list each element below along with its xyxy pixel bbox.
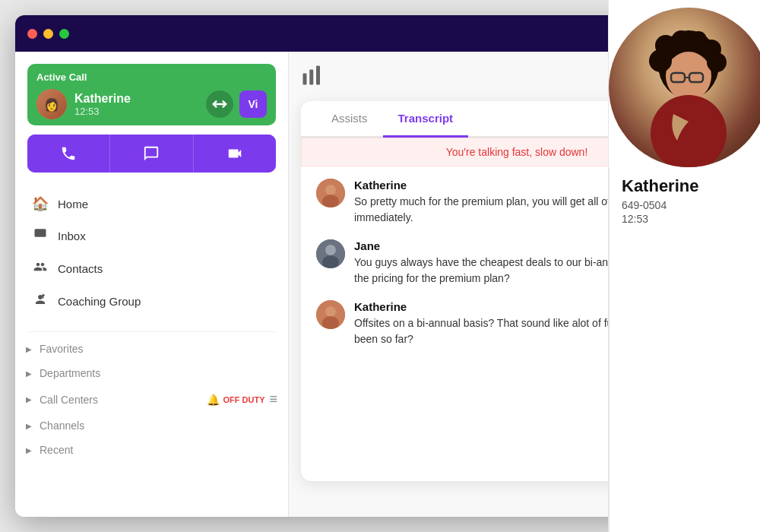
fullscreen-button[interactable] xyxy=(59,29,69,39)
caller-details: 👩 Katherine 12:53 xyxy=(36,89,131,119)
nav-item-home[interactable]: 🏠 Home xyxy=(21,188,282,220)
nav-label-inbox: Inbox xyxy=(58,230,86,242)
home-icon: 🏠 xyxy=(32,195,49,212)
chevron-right-icon: ▶ xyxy=(26,345,32,353)
profile-avatar-circle xyxy=(609,52,745,167)
nav-collapse-call-centers[interactable]: ▶ Call Centers 🔔 OFF DUTY ≡ xyxy=(15,385,288,413)
profile-info: Katherine 649-0504 12:53 xyxy=(609,167,745,517)
chevron-right-icon-cc: ▶ xyxy=(26,395,32,404)
nav-collapse-label-favorites: Favorites xyxy=(40,343,84,355)
svg-point-8 xyxy=(325,185,336,195)
app-body: Active Call 👩 Katherine 12:53 xyxy=(15,52,745,517)
jane-avatar xyxy=(316,239,345,268)
nav-collapse-label-call-centers: Call Centers xyxy=(40,394,98,406)
profile-name-text: Katherine xyxy=(622,176,698,195)
call-controls xyxy=(27,135,276,173)
tab-assists[interactable]: Assists xyxy=(316,101,383,138)
chevron-right-icon-dept: ▶ xyxy=(26,369,32,378)
video-control-button[interactable] xyxy=(194,135,276,173)
call-actions-right: Vi xyxy=(206,90,267,118)
nav-collapse-label-channels: Channels xyxy=(40,420,84,432)
chat-control-button[interactable] xyxy=(110,135,193,173)
right-panel: Katherine 649-0504 12:53 xyxy=(608,52,745,517)
active-call-section: Active Call 👩 Katherine 12:53 xyxy=(27,64,276,125)
caller-avatar-img: 👩 xyxy=(36,89,67,119)
nav-list: 🏠 Home Inbox Contacts xyxy=(15,179,288,327)
inbox-icon xyxy=(32,227,49,245)
profile-phone: 649-0504 xyxy=(622,199,745,211)
caller-name: Katherine xyxy=(74,92,131,106)
profile-time: 12:53 xyxy=(622,213,745,225)
hamburger-icon[interactable]: ≡ xyxy=(269,391,277,407)
svg-point-27 xyxy=(707,52,727,72)
nav-label-home: Home xyxy=(58,198,88,211)
nav-collapse-label-recent: Recent xyxy=(40,444,73,456)
bell-off-icon: 🔔 xyxy=(207,394,220,406)
profile-image-container xyxy=(609,52,745,167)
caller-name-time: Katherine 12:53 xyxy=(74,92,131,117)
svg-rect-4 xyxy=(303,74,307,85)
svg-point-21 xyxy=(651,95,727,167)
off-duty-badge: 🔔 OFF DUTY xyxy=(207,394,264,406)
svg-rect-1 xyxy=(35,229,46,237)
phone-control-button[interactable] xyxy=(27,135,110,173)
off-duty-label: OFF DUTY xyxy=(223,395,264,404)
vi-label: Vi xyxy=(249,98,258,110)
tab-transcript[interactable]: Transcript xyxy=(383,101,469,138)
caller-avatar: 👩 xyxy=(36,89,67,119)
nav-label-coaching: Coaching Group xyxy=(58,295,141,308)
caller-time: 12:53 xyxy=(74,106,131,117)
svg-rect-3 xyxy=(42,295,46,296)
traffic-lights xyxy=(27,29,69,39)
nav-item-inbox[interactable]: Inbox xyxy=(21,220,282,252)
nav-item-coaching[interactable]: Coaching Group xyxy=(21,285,282,318)
nav-collapse-departments[interactable]: ▶ Departments xyxy=(15,361,288,385)
contacts-icon xyxy=(32,260,49,277)
off-duty-controls: 🔔 OFF DUTY ≡ xyxy=(207,391,277,407)
transfer-button[interactable] xyxy=(206,90,233,118)
nav-collapse-channels[interactable]: ▶ Channels xyxy=(15,413,288,438)
nav-collapse-recent[interactable]: ▶ Recent xyxy=(15,438,288,462)
nav-divider-1 xyxy=(27,331,276,332)
svg-point-14 xyxy=(325,306,336,317)
katherine-avatar-2 xyxy=(316,300,345,329)
profile-phone-text: 649-0504 xyxy=(622,199,667,211)
coaching-icon xyxy=(32,293,49,310)
nav-collapse-favorites[interactable]: ▶ Favorites xyxy=(15,337,288,361)
sidebar: Active Call 👩 Katherine 12:53 xyxy=(15,52,289,517)
minimize-button[interactable] xyxy=(43,29,53,39)
nav-collapse-label-departments: Departments xyxy=(40,367,100,379)
close-button[interactable] xyxy=(27,29,37,39)
call-centers-left: ▶ Call Centers xyxy=(26,394,98,406)
call-info-row: 👩 Katherine 12:53 xyxy=(36,89,267,119)
svg-rect-5 xyxy=(309,70,313,85)
nav-label-contacts: Contacts xyxy=(58,262,103,275)
active-call-label: Active Call xyxy=(36,71,267,83)
svg-point-11 xyxy=(325,245,336,255)
profile-name: Katherine xyxy=(622,176,745,196)
nav-item-contacts[interactable]: Contacts xyxy=(21,252,282,285)
profile-time-text: 12:53 xyxy=(622,213,648,225)
chevron-right-icon-recent: ▶ xyxy=(26,446,32,454)
vi-button[interactable]: Vi xyxy=(239,90,267,118)
katherine-avatar-1 xyxy=(316,179,345,207)
svg-rect-6 xyxy=(316,66,320,85)
chevron-right-icon-ch: ▶ xyxy=(26,422,32,430)
